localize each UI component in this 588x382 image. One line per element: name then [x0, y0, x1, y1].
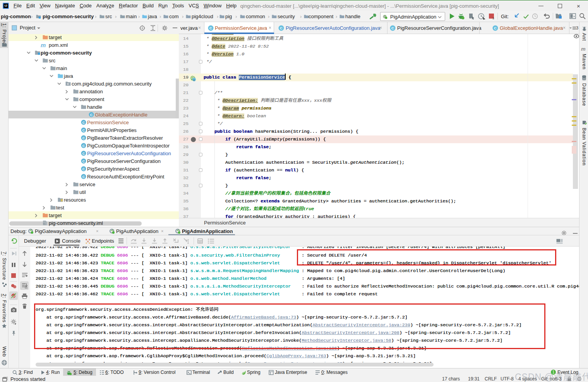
svg-text:c: c [193, 78, 195, 82]
svg-text:C: C [82, 121, 85, 125]
svg-text:C: C [82, 136, 85, 140]
svg-text:C: C [494, 26, 497, 30]
svg-text:C: C [82, 152, 85, 156]
svg-text:C: C [82, 167, 85, 171]
svg-text:C: C [82, 144, 85, 148]
svg-text:C: C [90, 113, 93, 117]
svg-text:C: C [82, 159, 85, 163]
svg-text:C: C [280, 26, 283, 30]
svg-text:C: C [82, 128, 85, 132]
svg-text:C: C [82, 175, 85, 179]
svg-text:C: C [391, 26, 394, 30]
svg-text:C: C [209, 26, 212, 30]
